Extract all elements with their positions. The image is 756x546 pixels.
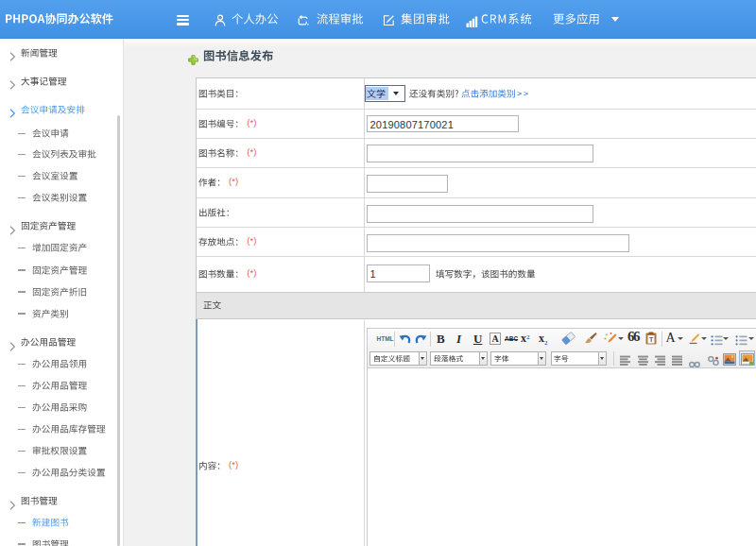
svg-text:T: T [648,335,653,344]
